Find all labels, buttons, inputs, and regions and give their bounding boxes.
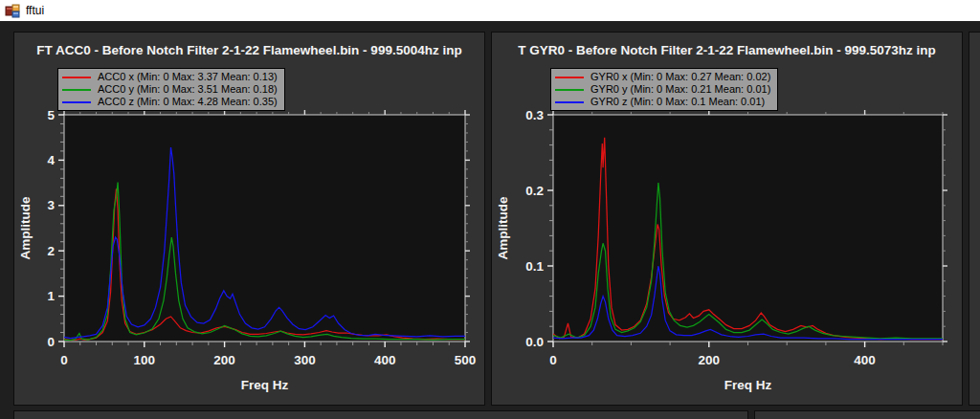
- x-tick-label: 500: [455, 353, 477, 367]
- x-tick-label: 100: [134, 353, 156, 367]
- x-tick-label: 200: [213, 353, 235, 367]
- window-titlebar[interactable]: fftui: [0, 0, 980, 21]
- x-tick-label: 300: [294, 353, 316, 367]
- y-tick-label: 0.2: [525, 184, 544, 198]
- legend-label: ACC0 y (Min: 0 Max: 3.51 Mean: 0.18): [98, 83, 278, 96]
- window-content: 0100200300400500012345Freq HzAmplitude F…: [0, 21, 980, 419]
- y-axis-label: Amplitude: [18, 196, 33, 259]
- x-tick-label: 200: [699, 353, 721, 367]
- y-tick-label: 3: [47, 198, 55, 212]
- app-window: fftui 0100200300400500012345Freq HzAmpli…: [0, 0, 980, 419]
- y-tick-label: 1: [47, 289, 55, 303]
- y-tick-label: 0.1: [525, 259, 544, 274]
- y-tick-label: 0.0: [525, 335, 544, 349]
- legend-label: GYR0 y (Min: 0 Max: 0.21 Mean: 0.01): [590, 83, 770, 96]
- legend-label: GYR0 x (Min: 0 Max: 0.27 Mean: 0.02): [590, 71, 770, 83]
- clipped-panel-right: [969, 32, 980, 406]
- clipped-panel-bottom-right: [754, 410, 980, 419]
- legend-entry: GYR0 y (Min: 0 Max: 0.21 Mean: 0.01): [555, 83, 770, 96]
- fft-panel-gyr0: 02004000.00.10.20.3Freq HzAmplitude T GY…: [491, 32, 963, 406]
- legend-entry: GYR0 z (Min: 0 Max: 0.1 Mean: 0.01): [555, 96, 770, 108]
- legend-label: ACC0 z (Min: 0 Max: 4.28 Mean: 0.35): [98, 96, 278, 108]
- legend-entry: ACC0 x (Min: 0 Max: 3.37 Mean: 0.13): [62, 71, 278, 83]
- legend-line-swatch: [62, 89, 91, 91]
- x-axis-label: Freq Hz: [724, 378, 772, 392]
- legend-line-swatch: [555, 77, 584, 78]
- y-tick-label: 4: [47, 153, 55, 167]
- chart-title-gyr0: T GYR0 - Before Notch Filter 2-1-22 Flam…: [492, 43, 962, 60]
- y-tick-label: 0: [47, 335, 55, 349]
- x-tick-label: 400: [374, 353, 396, 367]
- legend-entry: ACC0 z (Min: 0 Max: 4.28 Mean: 0.35): [62, 96, 278, 108]
- chart-title-acc0: FT ACC0 - Before Notch Filter 2-1-22 Fla…: [14, 43, 484, 60]
- legend-entry: ACC0 y (Min: 0 Max: 3.51 Mean: 0.18): [62, 83, 278, 96]
- x-axis-label: Freq Hz: [241, 378, 289, 392]
- legend-gyr0: GYR0 x (Min: 0 Max: 0.27 Mean: 0.02)GYR0…: [550, 68, 778, 111]
- fft-panel-acc0: 0100200300400500012345Freq HzAmplitude F…: [13, 32, 485, 406]
- legend-label: ACC0 x (Min: 0 Max: 3.37 Mean: 0.13): [98, 71, 278, 83]
- legend-label: GYR0 z (Min: 0 Max: 0.1 Mean: 0.01): [590, 96, 765, 108]
- y-tick-label: 0.3: [525, 108, 544, 122]
- x-tick-label: 0: [60, 353, 68, 367]
- legend-acc0: ACC0 x (Min: 0 Max: 3.37 Mean: 0.13)ACC0…: [57, 68, 285, 111]
- legend-line-swatch: [555, 89, 584, 91]
- y-tick-label: 2: [47, 244, 55, 258]
- legend-line-swatch: [62, 101, 91, 103]
- clipped-panel-bottom-left: [13, 410, 748, 419]
- app-icon: [5, 3, 20, 18]
- x-tick-label: 0: [549, 353, 557, 367]
- legend-line-swatch: [62, 77, 91, 78]
- y-tick-label: 5: [47, 108, 55, 122]
- x-tick-label: 400: [854, 353, 876, 367]
- y-axis-label: Amplitude: [496, 196, 510, 259]
- window-title: fftui: [26, 4, 44, 17]
- legend-line-swatch: [555, 101, 584, 103]
- legend-entry: GYR0 x (Min: 0 Max: 0.27 Mean: 0.02): [555, 71, 770, 83]
